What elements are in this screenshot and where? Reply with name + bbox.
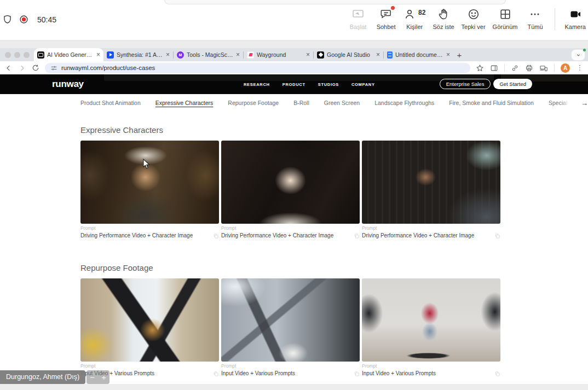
participant-name: Durgungoz, Ahmet (Dış) [0,370,85,384]
google-ai-studio-favicon [317,51,324,59]
side-panel-icon[interactable] [490,64,498,72]
copy-prompt-icon[interactable] [354,233,360,239]
reactions-icon [467,7,480,21]
subnav-special-effects[interactable]: Special Effects [549,100,570,106]
site-settings-icon[interactable] [50,65,57,72]
chat-icon [379,7,393,21]
get-started-button[interactable]: Get Started [493,79,532,89]
toolbar-divider [555,8,555,30]
nav-product[interactable]: PRODUCT [283,82,305,87]
close-tab-icon[interactable]: × [446,51,450,58]
scrolled-card-remnant [104,74,494,81]
url-text[interactable]: runwayml.com/product/use-cases [61,65,155,71]
participants-count: 82 [418,9,425,16]
chat-button[interactable]: Sohbet [376,7,396,30]
subnav-product-shot-animation[interactable]: Product Shot Animation [80,100,141,106]
tab-wayground[interactable]: Wayground × [244,48,313,61]
subnav-fire-smoke-fluid[interactable]: Fire, Smoke and Fluid Simulation [449,100,534,106]
subnav-green-screen[interactable]: Green Screen [324,100,360,106]
zoom-out-button[interactable]: − [87,370,98,384]
raise-hand-button[interactable]: Söz iste [433,7,454,30]
participants-button[interactable]: 82 Kişiler [403,7,425,30]
wayground-favicon [247,51,254,59]
nav-studios[interactable]: STUDIOS [318,82,339,87]
more-button[interactable]: Tümü [524,7,545,30]
share-zoom-controls: − + [87,370,109,384]
tab-search-chevron[interactable] [572,50,585,60]
link-icon[interactable] [511,64,519,72]
prompt-label: Prompt [221,363,360,369]
tab-google-docs[interactable]: Untitled document - Google Docs × [384,48,453,61]
window-top-notch [164,0,506,4]
close-tab-icon[interactable]: × [376,51,380,58]
status-dot [583,49,586,51]
nav-company[interactable]: COMPANY [351,82,375,87]
record-indicator-icon[interactable] [19,14,29,25]
video-card-city-cyclist[interactable] [80,278,219,362]
browser-url-bar: runwayml.com/product/use-cases A [0,61,588,74]
new-tab-button[interactable]: + [453,49,465,61]
share-screen-button[interactable]: Başlat [348,7,368,30]
section-title: Repurpose Footage [80,263,153,272]
camera-icon [569,7,582,21]
close-window-icon[interactable] [5,52,11,58]
close-tab-icon[interactable]: × [96,51,100,58]
close-tab-icon[interactable]: × [236,51,240,58]
enterprise-sales-button[interactable]: Enterprise Sales [440,79,491,89]
close-tab-icon[interactable]: × [166,51,170,58]
copy-prompt-icon[interactable] [213,371,219,377]
subnav-landscape-flythroughs[interactable]: Landscape Flythroughs [374,100,434,106]
video-card-woman-couch[interactable] [362,141,500,224]
video-card-steel-structure[interactable] [221,278,360,362]
tab-synthesia[interactable]: Synthesia: #1 AI Video Platform × [103,48,173,61]
participant-name-overlay: Durgungoz, Ahmet (Dış) − + [0,370,109,384]
meeting-timer: 50:45 [37,15,56,24]
browser-menu-icon[interactable] [576,64,584,72]
copy-prompt-icon[interactable] [494,233,500,239]
print-icon[interactable] [525,64,533,72]
runway-nav: RESEARCH PRODUCT STUDIOS COMPANY [244,82,375,87]
copy-prompt-icon[interactable] [354,371,360,377]
tab-ai-video-generation[interactable]: AI Video Generation Use Cases × [34,48,103,61]
subnav-scroll-arrow-icon[interactable]: → [581,99,588,107]
copy-prompt-icon[interactable] [494,371,500,377]
copy-prompt-icon[interactable] [213,233,219,239]
reactions-button[interactable]: Tepki ver [462,7,486,30]
google-docs-favicon [387,51,393,59]
maximize-window-icon[interactable] [24,52,30,58]
devices-icon[interactable] [539,64,548,72]
address-bar[interactable]: runwayml.com/product/use-cases [45,63,470,73]
zoom-in-button[interactable]: + [98,370,109,384]
window-controls[interactable] [0,52,34,58]
reload-icon[interactable] [32,64,39,72]
view-icon [499,7,512,21]
section-title: Expressive Characters [80,125,163,135]
raise-hand-icon [437,7,450,21]
subnav-expressive-characters[interactable]: Expressive Characters [155,100,214,106]
tab-magicschool[interactable]: Tools - MagicSchool AI × [174,48,243,61]
subnav-b-roll[interactable]: B-Roll [293,100,309,106]
screen-share-icon [351,7,365,21]
profile-avatar[interactable]: A [561,63,570,73]
nav-research[interactable]: RESEARCH [244,82,270,87]
view-button[interactable]: Görünüm [493,7,518,30]
magicschool-favicon [177,51,184,59]
prompt-label: Prompt [80,225,219,231]
prompt-text: Driving Performance Video + Character Im… [80,232,193,238]
close-tab-icon[interactable]: × [306,51,310,58]
tab-google-ai-studio[interactable]: Google AI Studio × [314,48,383,61]
runway-logo[interactable]: runway [52,79,84,90]
bookmark-star-icon[interactable] [476,64,484,72]
video-card-elderly-man[interactable] [80,141,219,224]
back-icon[interactable] [4,64,13,72]
mouse-cursor-icon [142,159,151,170]
camera-button[interactable]: Kamera [564,7,586,30]
video-card-animated-girl[interactable] [221,141,360,224]
minimize-window-icon[interactable] [14,52,20,58]
prompt-text: Input Video + Various Prompts [221,370,295,376]
video-card-treadmill-studio[interactable] [362,278,500,362]
subnav-repurpose-footage[interactable]: Repurpose Footage [228,100,279,106]
desktop-bottom-strip [0,384,588,390]
forward-icon[interactable] [18,64,26,72]
shield-icon [2,14,13,25]
